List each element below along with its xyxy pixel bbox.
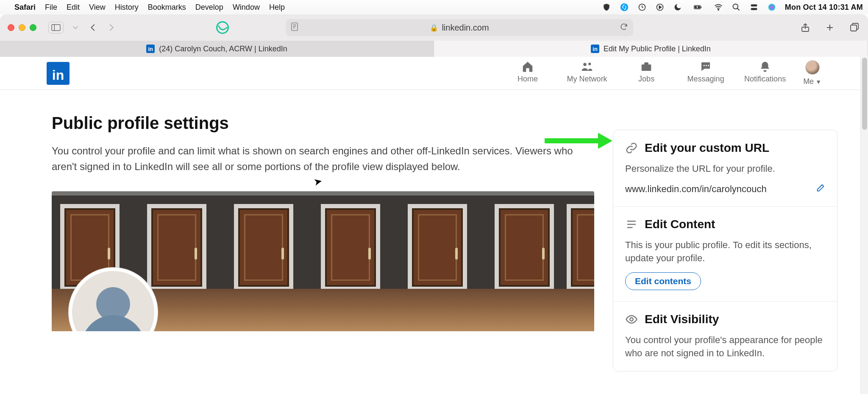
tab-title: Edit My Public Profile | LinkedIn [604, 45, 711, 53]
edit-content-card: Edit Content This is your public profile… [613, 206, 837, 302]
browser-tab-0[interactable]: in (24) Carolyn Couch, ACRW | LinkedIn [0, 41, 434, 57]
link-icon [625, 142, 638, 154]
window-close-button[interactable] [8, 24, 14, 31]
annotation-arrow [545, 134, 612, 147]
wifi-menu-icon[interactable] [714, 3, 723, 12]
svg-point-7 [733, 4, 738, 9]
new-tab-button[interactable] [824, 22, 836, 34]
nav-network[interactable]: My Network [566, 60, 608, 84]
nav-jobs-label: Jobs [638, 75, 654, 84]
menu-file[interactable]: File [45, 3, 57, 12]
lock-icon: 🔒 [430, 24, 438, 32]
svg-point-28 [630, 318, 633, 321]
edit-url-card: Edit your custom URL Personalize the URL… [613, 130, 837, 206]
window-zoom-button[interactable] [30, 24, 36, 31]
timemachine-menu-icon[interactable] [637, 3, 647, 12]
grammarly-extension-icon[interactable] [216, 21, 229, 34]
spotlight-menu-icon[interactable] [732, 3, 741, 12]
svg-rect-9 [751, 8, 757, 10]
menu-window[interactable]: Window [233, 3, 260, 12]
svg-rect-13 [292, 23, 298, 31]
svg-point-20 [588, 63, 591, 65]
reader-mode-icon[interactable] [291, 22, 298, 34]
nav-messaging[interactable]: Messaging [684, 60, 727, 84]
menu-bookmarks[interactable]: Bookmarks [148, 3, 186, 12]
edit-url-title: Edit your custom URL [645, 141, 769, 155]
linkedin-favicon-icon: in [146, 45, 155, 53]
menu-develop[interactable]: Develop [195, 3, 223, 12]
linkedin-logo[interactable]: in [47, 62, 70, 85]
svg-rect-4 [701, 6, 701, 8]
do-not-disturb-icon[interactable] [673, 3, 682, 12]
browser-tab-1[interactable]: in Edit My Public Profile | LinkedIn [434, 41, 868, 57]
address-bar-text: linkedin.com [442, 23, 489, 33]
avatar-icon [805, 60, 820, 75]
menu-view[interactable]: View [89, 3, 106, 12]
menu-history[interactable]: History [115, 3, 139, 12]
tab-strip: in (24) Carolyn Couch, ACRW | LinkedIn i… [0, 41, 868, 57]
svg-rect-18 [851, 25, 857, 31]
svg-rect-21 [642, 64, 651, 71]
profile-cover-image [52, 191, 594, 331]
back-button[interactable] [87, 22, 99, 34]
page-title: Public profile settings [52, 114, 594, 133]
svg-point-10 [768, 4, 775, 11]
nav-notifications-label: Notifications [744, 75, 786, 84]
chevron-down-icon: ▼ [815, 78, 821, 85]
svg-point-23 [706, 65, 707, 66]
forward-button[interactable] [105, 22, 117, 34]
scrollbar-thumb[interactable] [862, 58, 867, 130]
menubar-clock[interactable]: Mon Oct 14 10:31 AM [785, 3, 863, 12]
edit-visibility-desc: You control your profile's appearance fo… [625, 334, 825, 360]
nav-messaging-label: Messaging [687, 75, 724, 84]
svg-point-24 [708, 65, 709, 66]
nav-network-label: My Network [567, 75, 607, 84]
macos-menubar: Safari File Edit View History Bookmarks … [0, 0, 868, 14]
edit-url-desc: Personalize the URL for your profile. [625, 162, 825, 176]
siri-menu-icon[interactable] [767, 3, 776, 12]
edit-url-pencil-button[interactable] [816, 183, 825, 195]
list-icon [625, 218, 638, 231]
shazam-menu-icon[interactable] [620, 3, 629, 12]
window-minimize-button[interactable] [19, 24, 25, 31]
linkedin-header: in Home My Network Jobs Messaging Notifi… [0, 57, 868, 90]
menu-help[interactable]: Help [269, 3, 285, 12]
svg-rect-11 [52, 25, 60, 31]
share-button[interactable] [799, 22, 811, 34]
edit-content-desc: This is your public profile. To edit its… [625, 239, 825, 265]
nav-me-label: Me [803, 77, 814, 86]
svg-point-6 [718, 9, 719, 11]
safari-window-chrome: 🔒 linkedin.com in (24) Carolyn Couch, AC… [0, 14, 868, 57]
svg-rect-8 [751, 4, 757, 6]
address-bar[interactable]: 🔒 linkedin.com [286, 19, 633, 36]
menu-edit[interactable]: Edit [67, 3, 80, 12]
nav-jobs[interactable]: Jobs [625, 60, 668, 84]
page-description: You control your profile and can limit w… [52, 143, 573, 174]
edit-contents-button[interactable]: Edit contents [625, 272, 701, 290]
play-menu-icon[interactable] [655, 3, 665, 12]
control-center-menu-icon[interactable] [749, 3, 759, 12]
window-traffic-lights [8, 24, 36, 31]
linkedin-favicon-icon: in [591, 45, 599, 53]
svg-point-19 [583, 63, 587, 66]
nav-home-label: Home [517, 75, 538, 84]
edit-content-title: Edit Content [645, 218, 715, 231]
tab-title: (24) Carolyn Couch, ACRW | LinkedIn [159, 45, 287, 53]
tab-overview-button[interactable] [849, 22, 860, 34]
battery-menu-icon[interactable] [691, 3, 705, 12]
shield-menu-icon[interactable] [602, 3, 611, 12]
safari-toolbar: 🔒 linkedin.com [0, 14, 868, 41]
reload-button[interactable] [620, 22, 628, 33]
page-content: Public profile settings You control your… [0, 90, 860, 394]
nav-home[interactable]: Home [506, 60, 549, 84]
eye-icon [625, 313, 638, 326]
page-scrollbar[interactable] [860, 57, 868, 394]
nav-me[interactable]: Me ▼ [803, 60, 821, 86]
webpage-viewport: in Home My Network Jobs Messaging Notifi… [0, 57, 868, 394]
sidebar-toggle-button[interactable] [48, 22, 64, 34]
tabgroup-picker-icon[interactable] [70, 22, 81, 34]
svg-point-22 [704, 65, 705, 66]
menubar-app-name[interactable]: Safari [14, 3, 36, 12]
nav-notifications[interactable]: Notifications [744, 60, 786, 84]
edit-visibility-card: Edit Visibility You control your profile… [613, 301, 837, 371]
